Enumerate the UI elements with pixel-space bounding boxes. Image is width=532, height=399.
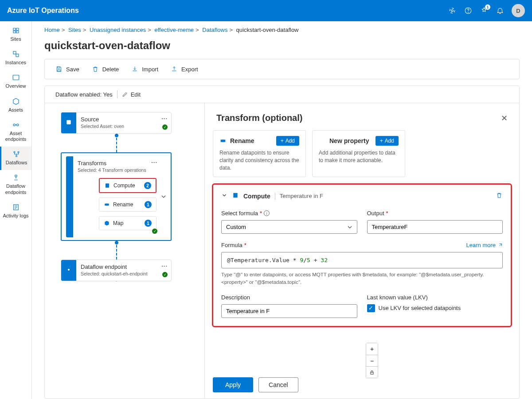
select-formula-label: Select formula * i (221, 210, 357, 217)
lkv-checkbox[interactable]: ✓ (367, 304, 375, 312)
edit-button[interactable]: Edit (122, 91, 141, 98)
svg-rect-21 (223, 139, 226, 142)
description-label: Description (221, 294, 357, 301)
transform-rename[interactable]: Rename1 (99, 198, 156, 212)
info-icon[interactable]: i (264, 210, 270, 216)
svg-rect-15 (106, 184, 109, 185)
select-formula-dropdown[interactable]: Custom (221, 220, 357, 234)
rail-dataflow-endpoints[interactable]: Dataflow endpoints (0, 170, 31, 199)
main-content: Home> Sites> Unassigned instances> effec… (32, 21, 532, 399)
svg-point-6 (13, 124, 16, 126)
more-icon[interactable]: ··· (151, 159, 157, 166)
output-label: Output * (367, 210, 503, 217)
side-panel: Transform (optional) ✕ Rename+ Add Renam… (204, 103, 519, 399)
add-newprop-button[interactable]: + Add (376, 136, 399, 146)
svg-rect-17 (106, 204, 109, 206)
lkv-checkbox-label: Use LKV for selected datapoints (379, 305, 461, 311)
svg-rect-5 (13, 75, 19, 80)
add-rename-button[interactable]: + Add (276, 136, 299, 146)
more-icon[interactable]: ··· (161, 115, 168, 122)
svg-rect-13 (66, 120, 70, 124)
notif-badge: 1 (485, 4, 490, 10)
svg-rect-4 (16, 54, 19, 57)
newprop-card: New property+ Add Add additional propert… (312, 130, 405, 177)
brand: Azure IoT Operations (7, 7, 79, 15)
toolbar: Save Delete Import Export (44, 59, 520, 79)
canvas: Dataflow enabled: Yes Edit Source Select… (44, 85, 520, 399)
svg-point-9 (18, 151, 19, 153)
crumb-unassigned[interactable]: Unassigned instances (90, 27, 146, 33)
svg-point-8 (14, 151, 15, 153)
svg-point-0 (451, 10, 454, 12)
more-icon[interactable]: ··· (161, 263, 168, 269)
formula-label: Formula * (221, 242, 246, 248)
rename-card: Rename+ Add Rename datapoints to ensure … (213, 130, 306, 177)
formula-hint: Type "@" to enter datapoints, or access … (221, 271, 503, 286)
crumb-sites[interactable]: Sites (68, 27, 81, 33)
delete-button[interactable]: Delete (92, 66, 119, 73)
crumb-instance[interactable]: effective-meme (154, 27, 194, 33)
compute-icon (232, 192, 239, 200)
apply-button[interactable]: Apply (213, 377, 253, 392)
delete-compute-button[interactable] (496, 192, 503, 200)
crumb-home[interactable]: Home (44, 27, 60, 33)
crumb-current: quickstart-oven-dataflow (236, 27, 299, 33)
description-input[interactable] (221, 304, 357, 318)
rail-activity-logs[interactable]: Activity logs (0, 200, 31, 223)
svg-rect-23 (234, 194, 236, 195)
svg-point-10 (16, 155, 17, 157)
transform-map[interactable]: Map1 (99, 216, 156, 230)
flow-diagram: Source Selected Asset: oven ··· Transfor… (45, 103, 204, 399)
rail-instances[interactable]: Instances (0, 46, 31, 70)
breadcrumb: Home> Sites> Unassigned instances> effec… (44, 27, 520, 33)
help-icon[interactable] (460, 3, 476, 19)
chevron-down-icon[interactable] (221, 192, 227, 200)
avatar[interactable]: D (512, 4, 525, 17)
node-source[interactable]: Source Selected Asset: oven ··· (61, 112, 172, 134)
output-input[interactable] (367, 220, 503, 234)
enabled-label: Dataflow enabled: Yes (55, 91, 113, 98)
svg-rect-14 (106, 183, 109, 187)
lkv-label: Last known value (LKV) (367, 294, 503, 301)
rail-assets[interactable]: Assets (0, 94, 31, 117)
status-ok-icon (162, 124, 168, 130)
compute-section: Compute Temperature in F Select formula … (212, 183, 512, 327)
rail-overview[interactable]: Overview (0, 70, 31, 93)
svg-rect-3 (13, 51, 16, 54)
status-ok-icon (162, 272, 168, 277)
nav-rail: Sites Instances Overview Assets Asset en… (0, 21, 32, 399)
rail-sites[interactable]: Sites (0, 23, 31, 46)
panel-title: Transform (optional) (216, 113, 302, 123)
import-button[interactable]: Import (131, 66, 158, 73)
formula-input[interactable]: @Temperature.Value * 9/5 + 32 (221, 252, 503, 268)
export-button[interactable]: Export (171, 66, 198, 73)
rail-dataflows[interactable]: Dataflows (0, 147, 31, 170)
app-header: Azure IoT Operations 1 D (0, 0, 532, 21)
node-endpoint[interactable]: Dataflow endpoint Selected: quickstart-e… (61, 260, 172, 281)
rail-asset-endpoints[interactable]: Asset endpoints (0, 117, 31, 147)
page-title: quickstart-oven-dataflow (44, 39, 520, 52)
svg-point-11 (15, 175, 17, 177)
svg-point-18 (68, 269, 70, 271)
bell-icon[interactable] (492, 3, 508, 19)
svg-point-7 (16, 124, 19, 126)
feedback-icon[interactable]: 1 (476, 3, 492, 19)
learn-more-link[interactable]: Learn more (466, 242, 503, 248)
crumb-dataflows[interactable]: Dataflows (202, 27, 227, 33)
gear-icon[interactable] (444, 3, 460, 19)
close-icon[interactable]: ✕ (501, 113, 508, 123)
status-ok-icon (152, 229, 157, 234)
cancel-button[interactable]: Cancel (258, 377, 298, 392)
save-button[interactable]: Save (55, 66, 79, 73)
svg-point-2 (468, 12, 469, 12)
svg-rect-22 (233, 193, 237, 198)
node-transforms[interactable]: Transforms Selected: 4 Transform operati… (61, 152, 172, 241)
transform-compute[interactable]: Compute2 (99, 178, 156, 193)
